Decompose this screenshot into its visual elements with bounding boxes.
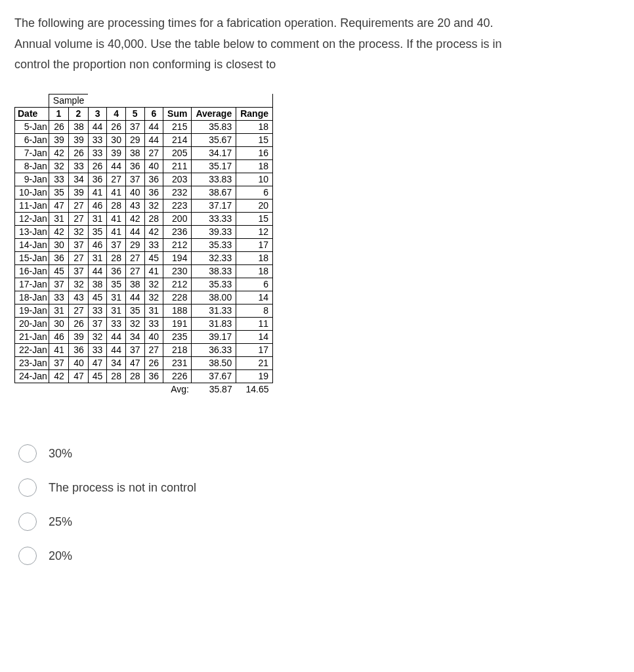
cell: 31.33: [192, 304, 236, 317]
table-row: 20-Jan30263733323319131.8311: [15, 317, 273, 330]
col-header: 2: [68, 107, 88, 120]
cell: 36: [88, 173, 107, 186]
cell: 27: [68, 251, 88, 264]
cell: 44: [88, 120, 107, 133]
cell: 12: [236, 225, 273, 238]
cell: 11-Jan: [15, 199, 49, 212]
table-row: 24-Jan42474528283622637.6719: [15, 369, 273, 383]
cell: 35: [49, 186, 68, 199]
cell: 218: [163, 343, 192, 356]
cell: 17-Jan: [15, 278, 49, 291]
table-row: 6-Jan39393330294421435.6715: [15, 133, 273, 146]
cell: 37: [125, 173, 144, 186]
cell: 211: [163, 159, 192, 173]
header-row: Date123456SumAverageRange: [15, 107, 273, 120]
cell: 40: [144, 159, 163, 173]
cell: 33: [49, 173, 68, 186]
cell: 47: [68, 369, 88, 383]
option-1[interactable]: The process is not in control: [18, 478, 620, 497]
col-header: Sum: [163, 107, 192, 120]
cell: 33: [144, 238, 163, 251]
cell: 35.67: [192, 133, 236, 146]
cell: 34: [107, 356, 126, 369]
cell: 34: [125, 330, 144, 343]
cell: 194: [163, 251, 192, 264]
cell: 18: [236, 159, 273, 173]
col-header: Average: [192, 107, 236, 120]
cell: 19: [236, 369, 273, 383]
cell: 14-Jan: [15, 238, 49, 251]
cell: 37: [49, 356, 68, 369]
table-row: 19-Jan31273331353118831.338: [15, 304, 273, 317]
cell: 14: [236, 330, 273, 343]
cell: 36.33: [192, 343, 236, 356]
radio-icon[interactable]: [18, 547, 37, 565]
cell: 18-Jan: [15, 291, 49, 304]
cell: 10-Jan: [15, 186, 49, 199]
radio-icon[interactable]: [18, 513, 37, 531]
cell: 36: [107, 264, 126, 278]
radio-icon[interactable]: [18, 478, 37, 497]
cell: 191: [163, 317, 192, 330]
cell: 212: [163, 238, 192, 251]
col-header: Range: [236, 107, 273, 120]
cell: 42: [144, 225, 163, 238]
cell: 42: [125, 212, 144, 225]
cell: 26: [68, 317, 88, 330]
cell: 32: [49, 159, 68, 173]
option-label: The process is not in control: [49, 481, 196, 495]
cell: 29: [125, 238, 144, 251]
cell: 38: [68, 120, 88, 133]
cell: 44: [88, 264, 107, 278]
cell: 39.33: [192, 225, 236, 238]
cell: 22-Jan: [15, 343, 49, 356]
cell: 39: [68, 330, 88, 343]
option-0[interactable]: 30%: [18, 444, 620, 463]
col-header: Date: [15, 107, 49, 120]
option-2[interactable]: 25%: [18, 513, 620, 531]
cell: 46: [88, 238, 107, 251]
option-3[interactable]: 20%: [18, 547, 620, 565]
cell: 37: [68, 264, 88, 278]
cell: 21: [236, 356, 273, 369]
table-row: 17-Jan37323835383221235.336: [15, 278, 273, 291]
cell: 39: [68, 133, 88, 146]
cell: 27: [68, 212, 88, 225]
cell: 27: [68, 199, 88, 212]
cell: 35.83: [192, 120, 236, 133]
cell: 47: [88, 356, 107, 369]
cell: 42: [49, 225, 68, 238]
table-row: 18-Jan33434531443222838.0014: [15, 291, 273, 304]
cell: 228: [163, 291, 192, 304]
cell: 7-Jan: [15, 146, 49, 159]
table-row: 7-Jan42263339382720534.1716: [15, 146, 273, 159]
cell: 31: [88, 212, 107, 225]
cell: 33: [144, 317, 163, 330]
cell: 45: [144, 251, 163, 264]
cell: 28: [107, 199, 126, 212]
cell: 31: [107, 304, 126, 317]
cell: 38.00: [192, 291, 236, 304]
radio-icon[interactable]: [18, 444, 37, 463]
sample-super-header: Sample: [49, 94, 88, 107]
option-label: 30%: [49, 447, 72, 461]
table-row: 14-Jan30374637293321235.3317: [15, 238, 273, 251]
cell: 39: [107, 146, 126, 159]
cell: 16: [236, 146, 273, 159]
cell: 34.17: [192, 146, 236, 159]
cell: 6: [236, 186, 273, 199]
cell: 33: [88, 146, 107, 159]
cell: 17: [236, 238, 273, 251]
cell: 45: [88, 369, 107, 383]
table-row: 8-Jan32332644364021135.1718: [15, 159, 273, 173]
cell: 39.17: [192, 330, 236, 343]
cell: 214: [163, 133, 192, 146]
cell: 203: [163, 173, 192, 186]
cell: 6: [236, 278, 273, 291]
cell: 231: [163, 356, 192, 369]
cell: 36: [144, 369, 163, 383]
avg-range: 14.65: [236, 383, 273, 396]
cell: 41: [107, 225, 126, 238]
cell: 12-Jan: [15, 212, 49, 225]
cell: 10: [236, 173, 273, 186]
